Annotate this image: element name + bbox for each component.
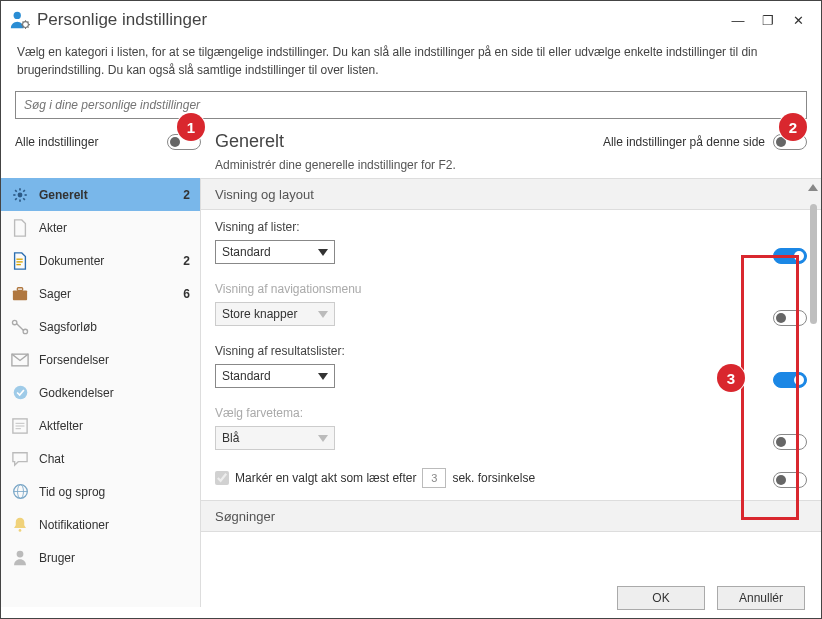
opt-label-farvetema: Vælg farvetema: [215, 406, 335, 420]
opt-label-navmenu: Visning af navigationsmenu [215, 282, 362, 296]
chevron-down-icon [318, 373, 328, 380]
sidebar-item-aktfelter[interactable]: Aktfelter [1, 409, 200, 442]
sidebar: Generelt 2 Akter Dokumenter 2 Sager 6 Sa… [1, 178, 201, 607]
user-settings-icon [9, 9, 31, 31]
scroll-up-icon [808, 184, 818, 191]
svg-line-7 [28, 27, 29, 28]
maximize-button[interactable]: ❐ [753, 6, 783, 34]
toggle-navmenu[interactable] [773, 310, 807, 326]
description-text: Vælg en kategori i listen, for at se til… [1, 39, 821, 87]
scroll-thumb[interactable] [810, 204, 817, 324]
combo-lister[interactable]: Standard [215, 240, 335, 264]
all-settings-label: Alle indstillinger [15, 135, 98, 149]
toggle-marker-laest[interactable] [773, 472, 807, 488]
footer: OK Annullér [201, 578, 821, 618]
briefcase-icon [11, 285, 29, 303]
sidebar-item-sagsforlob[interactable]: Sagsforløb [1, 310, 200, 343]
svg-line-18 [15, 198, 17, 200]
svg-line-15 [15, 190, 17, 192]
panel-title: Generelt [215, 131, 284, 152]
sidebar-item-generelt[interactable]: Generelt 2 [1, 178, 200, 211]
chat-bubble-icon [11, 450, 29, 468]
document-icon [11, 219, 29, 237]
content-area: Visning og layout Visning af lister: Sta… [201, 178, 821, 607]
svg-rect-23 [17, 287, 22, 290]
opt-label-lister: Visning af lister: [215, 220, 335, 234]
svg-point-36 [17, 551, 24, 558]
chevron-down-icon [318, 249, 328, 256]
sidebar-item-dokumenter[interactable]: Dokumenter 2 [1, 244, 200, 277]
globe-icon [11, 483, 29, 501]
svg-line-8 [28, 22, 29, 23]
sidebar-item-tid-og-sprog[interactable]: Tid og sprog [1, 475, 200, 508]
svg-line-17 [23, 190, 25, 192]
sidebar-item-label: Generelt [39, 188, 88, 202]
cancel-button[interactable]: Annullér [717, 586, 805, 610]
svg-line-16 [23, 198, 25, 200]
search-input[interactable] [15, 91, 807, 119]
delay-number: 3 [422, 468, 446, 488]
svg-point-27 [13, 386, 27, 400]
panel-subtitle: Administrér dine generelle indstillinger… [1, 156, 821, 178]
callout-2: 2 [779, 113, 807, 141]
document-text-icon [11, 252, 29, 270]
user-icon [11, 549, 29, 567]
form-icon [11, 417, 29, 435]
sidebar-item-sager[interactable]: Sager 6 [1, 277, 200, 310]
checkbox-label-suffix: sek. forsinkelse [452, 471, 535, 485]
checkbox-label-prefix: Markér en valgt akt som læst efter [235, 471, 416, 485]
combo-farvetema: Blå [215, 426, 335, 450]
titlebar: Personlige indstillinger — ❐ ✕ [1, 1, 821, 39]
svg-rect-22 [13, 290, 27, 300]
all-on-page-label: Alle indstillinger på denne side [603, 135, 765, 149]
gear-icon [11, 186, 29, 204]
flow-icon [11, 318, 29, 336]
checkbox-marker-laest [215, 471, 229, 485]
sidebar-item-godkendelser[interactable]: Godkendelser [1, 376, 200, 409]
sidebar-item-akter[interactable]: Akter [1, 211, 200, 244]
check-circle-icon [11, 384, 29, 402]
toggle-lister[interactable] [773, 248, 807, 264]
svg-point-1 [23, 22, 29, 28]
svg-point-10 [18, 192, 23, 197]
window-title: Personlige indstillinger [37, 10, 723, 30]
callout-3: 3 [717, 364, 745, 392]
sidebar-item-notifikationer[interactable]: Notifikationer [1, 508, 200, 541]
svg-line-6 [22, 22, 23, 23]
scrollbar[interactable] [807, 178, 819, 607]
svg-point-35 [19, 529, 22, 532]
svg-line-9 [22, 27, 23, 28]
combo-resultat[interactable]: Standard [215, 364, 335, 388]
sidebar-item-forsendelser[interactable]: Forsendelser [1, 343, 200, 376]
opt-label-resultat: Visning af resultatslister: [215, 344, 345, 358]
svg-point-0 [14, 12, 21, 19]
ok-button[interactable]: OK [617, 586, 705, 610]
envelope-icon [11, 351, 29, 369]
sidebar-item-bruger[interactable]: Bruger [1, 541, 200, 574]
toggle-resultat[interactable] [773, 372, 807, 388]
minimize-button[interactable]: — [723, 6, 753, 34]
bell-icon [11, 516, 29, 534]
section-header-sogninger: Søgninger [201, 500, 821, 532]
section-header-visning: Visning og layout [201, 178, 821, 210]
toggle-farvetema[interactable] [773, 434, 807, 450]
chevron-down-icon [318, 311, 328, 318]
combo-navmenu: Store knapper [215, 302, 335, 326]
sidebar-item-chat[interactable]: Chat [1, 442, 200, 475]
callout-1: 1 [177, 113, 205, 141]
sidebar-badge: 2 [183, 188, 190, 202]
close-button[interactable]: ✕ [783, 6, 813, 34]
chevron-down-icon [318, 435, 328, 442]
